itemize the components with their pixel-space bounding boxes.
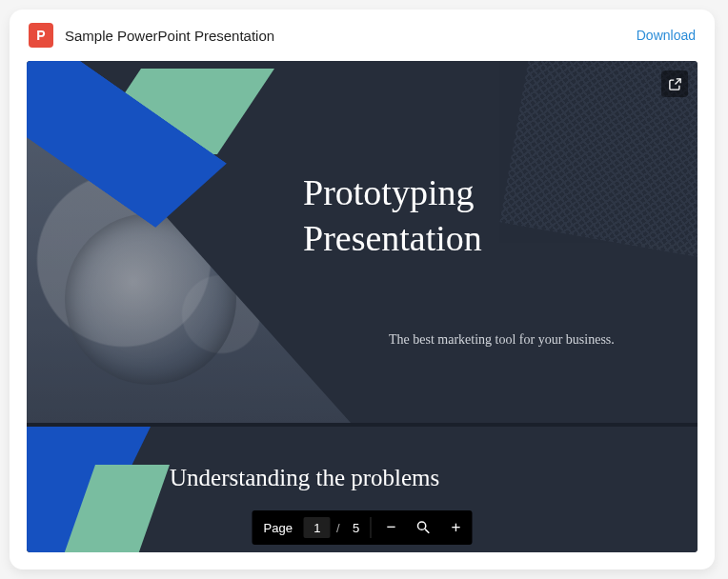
plus-icon: + [452, 518, 461, 537]
slide1-title: Prototyping Presentation [303, 170, 482, 261]
slide-1: Prototyping Presentation The best market… [27, 61, 698, 423]
header: P Sample PowerPoint Presentation Downloa… [10, 10, 715, 61]
minus-icon: − [387, 518, 396, 537]
slide1-subtitle: The best marketing tool for your busines… [389, 332, 615, 348]
divider [371, 517, 372, 538]
magnifier-icon [415, 519, 433, 536]
slide1-title-line1: Prototyping [303, 172, 474, 212]
slide-viewer: Prototyping Presentation The best market… [27, 61, 698, 552]
document-card: P Sample PowerPoint Presentation Downloa… [10, 10, 715, 569]
page-number-input[interactable] [304, 517, 331, 538]
zoom-in-button[interactable]: + [440, 510, 473, 545]
document-title: Sample PowerPoint Presentation [65, 28, 625, 44]
page-label: Page [253, 521, 304, 535]
powerpoint-icon: P [29, 23, 53, 48]
open-external-icon [668, 77, 682, 91]
open-external-button[interactable] [661, 70, 688, 97]
zoom-reset-button[interactable] [408, 510, 440, 545]
download-link[interactable]: Download [637, 28, 696, 43]
slide-2: Understanding the problems Page / 5 − + [27, 423, 698, 552]
page-control-toolbar: Page / 5 − + [253, 510, 473, 545]
slide1-title-line2: Presentation [303, 218, 482, 258]
zoom-out-button[interactable]: − [375, 510, 408, 545]
page-total: 5 [346, 521, 367, 535]
powerpoint-icon-letter: P [36, 28, 45, 43]
page-separator: / [331, 521, 346, 535]
slide2-title: Understanding the problems [170, 465, 439, 491]
